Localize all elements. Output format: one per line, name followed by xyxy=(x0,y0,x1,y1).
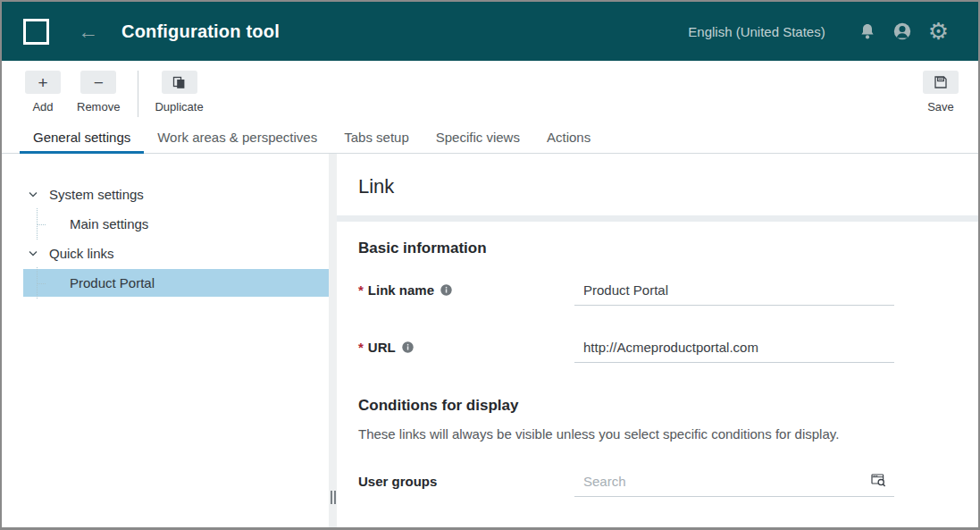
app-logo-icon xyxy=(23,19,49,45)
user-account-icon[interactable] xyxy=(892,21,912,41)
app-title: Configuration tool xyxy=(121,21,280,42)
chevron-down-icon xyxy=(29,191,38,198)
url-label-text: URL xyxy=(368,340,396,355)
section-title-basic-information: Basic information xyxy=(358,240,957,257)
add-button[interactable]: + Add xyxy=(25,71,61,114)
section-title-conditions: Conditions for display xyxy=(358,397,957,415)
user-groups-search-input[interactable] xyxy=(574,474,894,497)
link-form: Basic information * Link name xyxy=(337,222,978,530)
url-input[interactable] xyxy=(574,340,894,363)
link-name-label: * Link name xyxy=(358,282,574,298)
tree-item-label: System settings xyxy=(49,187,144,202)
duplicate-button-label: Duplicate xyxy=(155,100,203,114)
app-header: ← Configuration tool English (United Sta… xyxy=(2,2,978,61)
panel-splitter[interactable] xyxy=(329,154,337,527)
url-label: * URL xyxy=(358,340,574,355)
tree-item-product-portal[interactable]: Product Portal xyxy=(23,269,329,297)
tree-item-system-settings[interactable]: System settings xyxy=(23,181,329,208)
remove-button[interactable]: − Remove xyxy=(77,71,120,114)
plus-icon: + xyxy=(25,71,61,94)
user-groups-label: User groups xyxy=(358,474,574,489)
link-name-input[interactable] xyxy=(574,282,894,306)
add-button-label: Add xyxy=(32,100,53,114)
duplicate-button[interactable]: Duplicate xyxy=(155,71,203,114)
info-icon[interactable] xyxy=(402,341,414,353)
notifications-bell-icon[interactable] xyxy=(859,22,876,41)
info-icon[interactable] xyxy=(440,284,452,296)
tab-tabs-setup[interactable]: Tabs setup xyxy=(331,123,423,154)
tree-item-quick-links[interactable]: Quick links xyxy=(23,240,329,267)
tree-item-main-settings[interactable]: Main settings xyxy=(23,210,329,238)
link-name-label-text: Link name xyxy=(368,282,434,298)
configuration-tool-window: ← Configuration tool English (United Sta… xyxy=(0,0,980,530)
page-header: Link xyxy=(337,154,978,215)
language-selector[interactable]: English (United States) xyxy=(688,24,825,39)
main-area: System settings Main settings Quick link… xyxy=(2,154,978,527)
tab-actions[interactable]: Actions xyxy=(533,123,604,154)
page-title: Link xyxy=(358,175,957,198)
link-name-field-row: * Link name xyxy=(358,282,957,306)
tab-work-areas-perspectives[interactable]: Work areas & perspectives xyxy=(144,123,331,154)
duplicate-icon xyxy=(162,71,197,94)
save-button[interactable]: Save xyxy=(923,71,959,114)
save-button-label: Save xyxy=(927,100,954,114)
user-groups-search-wrap xyxy=(574,474,894,497)
tree-guide-line xyxy=(37,208,46,240)
conditions-description: These links will always be visible unles… xyxy=(358,426,957,442)
tree-guide-line xyxy=(37,267,46,299)
chevron-down-icon xyxy=(29,250,38,257)
search-list-icon[interactable] xyxy=(871,473,887,488)
required-marker: * xyxy=(358,282,364,298)
tab-specific-views[interactable]: Specific views xyxy=(423,123,533,154)
user-groups-field-row: User groups xyxy=(358,474,957,497)
toolbar-divider xyxy=(138,71,138,117)
tree-item-label: Quick links xyxy=(49,246,114,261)
url-field-row: * URL xyxy=(358,340,957,363)
minus-icon: − xyxy=(80,71,116,94)
back-arrow-icon[interactable]: ← xyxy=(78,21,98,42)
toolbar: + Add − Remove Duplicate xyxy=(2,61,978,123)
remove-button-label: Remove xyxy=(77,100,120,114)
tab-general-settings[interactable]: General settings xyxy=(20,123,144,154)
required-marker: * xyxy=(358,340,364,355)
content-panel: Link Basic information * Link name xyxy=(337,154,978,527)
navigation-tree: System settings Main settings Quick link… xyxy=(2,154,329,527)
user-groups-label-text: User groups xyxy=(358,474,437,489)
tab-bar: General settings Work areas & perspectiv… xyxy=(2,123,978,154)
section-divider-band xyxy=(337,215,978,222)
splitter-grip-icon xyxy=(331,491,336,504)
tree-item-label: Main settings xyxy=(70,216,148,231)
tree-item-label: Product Portal xyxy=(70,275,155,290)
settings-gear-icon[interactable]: ⚙ xyxy=(928,20,949,43)
save-floppy-icon xyxy=(923,71,959,94)
